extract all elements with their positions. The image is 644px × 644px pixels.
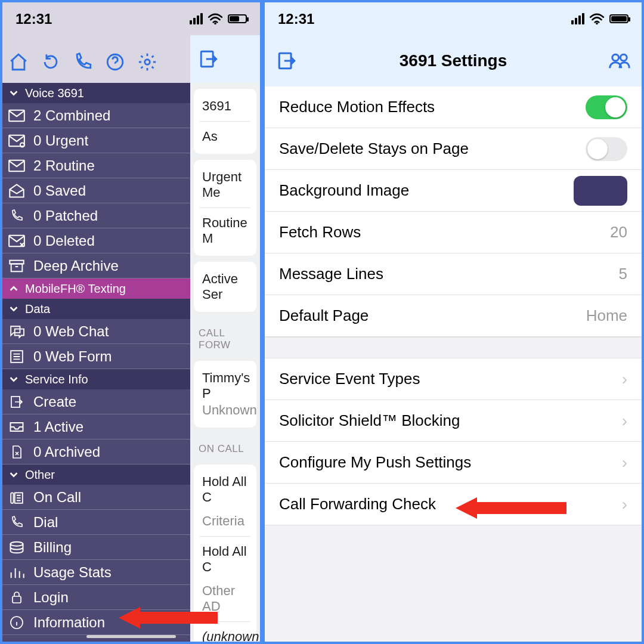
row-value: 20 — [610, 223, 627, 242]
gear-icon[interactable] — [137, 52, 157, 72]
sidebar-item-patched[interactable]: 0 Patched — [2, 203, 190, 228]
sidebar-item-label: Billing — [33, 539, 72, 556]
sidebar-item-label: 0 Urgent — [33, 132, 88, 149]
section-data-label: Data — [25, 302, 50, 316]
chevron-right-icon: › — [622, 411, 627, 431]
sidebar-item-urgent[interactable]: 0 Urgent — [2, 128, 190, 153]
wifi-icon — [589, 13, 605, 25]
svg-rect-13 — [11, 493, 13, 503]
row-save-delete[interactable]: Save/Delete Stays on Page — [265, 128, 642, 170]
chevron-right-icon: › — [622, 495, 627, 514]
as-row: As — [200, 122, 250, 151]
svg-rect-16 — [13, 596, 21, 603]
row-call-forwarding-check[interactable]: Call Forwarding Check › — [265, 484, 642, 525]
sidebar-item-login[interactable]: Login — [2, 585, 190, 610]
section-voice[interactable]: Voice 3691 — [2, 83, 190, 103]
msg-card[interactable]: Urgent Me Routine M — [194, 160, 256, 256]
sidebar-item-dial[interactable]: Dial — [2, 510, 190, 535]
create-icon — [8, 395, 25, 409]
main-header — [190, 35, 260, 83]
form-icon — [8, 349, 25, 364]
background-swatch[interactable] — [574, 176, 627, 206]
section-serviceinfo[interactable]: Service Info — [2, 369, 190, 389]
sidebar-item-deeparchive[interactable]: Deep Archive — [2, 253, 190, 278]
svg-point-22 — [620, 54, 627, 61]
row-label: Fetch Rows — [279, 223, 361, 242]
sidebar-item-webform[interactable]: 0 Web Form — [2, 344, 190, 369]
battery-icon — [609, 14, 628, 23]
cf-card[interactable]: Timmy's P Unknown — [194, 361, 256, 428]
row-background-image[interactable]: Background Image — [265, 170, 642, 212]
row-reduce-motion[interactable]: Reduce Motion Effects — [265, 86, 642, 128]
inbox-icon — [8, 420, 25, 434]
barchart-icon — [8, 565, 25, 580]
page-title: 3691 Settings — [298, 51, 608, 70]
row-fetch-rows[interactable]: Fetch Rows 20 — [265, 212, 642, 253]
row-label: Default Page — [279, 306, 369, 325]
battery-icon — [228, 14, 247, 23]
timmy-row: Timmy's P — [200, 363, 250, 402]
section-texting[interactable]: MobileFH® Texting — [2, 278, 190, 299]
routine-row: Routine M — [200, 208, 250, 253]
sidebar-item-webchat[interactable]: 0 Web Chat — [2, 319, 190, 344]
account-card[interactable]: 3691 As — [194, 89, 256, 154]
hold2-row: Hold All C — [200, 537, 250, 576]
section-other-label: Other — [25, 468, 55, 482]
lock-icon — [8, 590, 25, 605]
sidebar-item-saved[interactable]: 0 Saved — [2, 178, 190, 203]
toggle-reduce-motion[interactable] — [586, 95, 627, 119]
row-label: Solicitor Shield™ Blocking — [279, 411, 460, 430]
refresh-icon[interactable] — [41, 52, 61, 72]
active-card[interactable]: Active Ser — [194, 262, 256, 312]
envelope-open-icon — [8, 184, 25, 198]
sidebar-item-deleted[interactable]: 0 Deleted — [2, 228, 190, 253]
section-data[interactable]: Data — [2, 299, 190, 319]
cellular-icon — [571, 13, 584, 24]
people-icon[interactable] — [608, 51, 631, 71]
section-voice-label: Voice 3691 — [25, 86, 84, 100]
sidebar-item-oncall[interactable]: On Call — [2, 485, 190, 510]
enter-icon[interactable] — [199, 49, 219, 69]
row-solicitor-shield[interactable]: Solicitor Shield™ Blocking › — [265, 400, 642, 442]
left-screenshot: 12:31 3691 As Urgent Me Routine M — [0, 0, 262, 644]
home-icon[interactable] — [8, 52, 29, 72]
row-label: Call Forwarding Check — [279, 495, 436, 513]
status-time: 12:31 — [278, 11, 314, 27]
row-service-event-types[interactable]: Service Event Types › — [265, 358, 642, 400]
phone-icon[interactable] — [73, 52, 93, 72]
svg-point-21 — [612, 54, 619, 61]
right-screenshot: 12:31 3691 Settings Reduce Motion Effect… — [262, 0, 644, 644]
sidebar-item-usage[interactable]: Usage Stats — [2, 560, 190, 585]
row-value: Home — [586, 306, 627, 325]
sidebar-item-active[interactable]: 1 Active — [2, 414, 190, 439]
sidebar-item-archived[interactable]: 0 Archived — [2, 439, 190, 465]
row-default-page[interactable]: Default Page Home — [265, 295, 642, 337]
sidebar-item-create[interactable]: Create — [2, 389, 190, 414]
toggle-save-delete[interactable] — [586, 137, 627, 161]
sidebar-item-label: 2 Routine — [33, 157, 95, 174]
phone-icon — [8, 515, 25, 530]
unknown-row: Unknown — [200, 402, 250, 425]
row-push-settings[interactable]: Configure My Push Settings › — [265, 442, 642, 484]
svg-point-15 — [11, 541, 23, 546]
sidebar-item-combined[interactable]: 2 Combined — [2, 103, 190, 128]
archive-icon — [8, 259, 25, 273]
envelope-urgent-icon — [8, 134, 25, 148]
sidebar-item-label: 1 Active — [33, 419, 83, 435]
crit1-row: Criteria — [200, 506, 250, 537]
sidebar-item-label: Login — [33, 589, 69, 606]
main-content: 3691 As Urgent Me Routine M Active Ser C… — [190, 83, 260, 642]
sidebar-item-label: 2 Combined — [33, 107, 110, 124]
sidebar-item-billing[interactable]: Billing — [2, 535, 190, 560]
phone-icon — [8, 209, 25, 223]
row-message-lines[interactable]: Message Lines 5 — [265, 253, 642, 295]
help-icon[interactable] — [105, 52, 125, 72]
sidebar-item-routine[interactable]: 2 Routine — [2, 153, 190, 178]
section-other[interactable]: Other — [2, 465, 190, 485]
svg-point-19 — [596, 22, 597, 24]
enter-icon[interactable] — [275, 51, 298, 71]
sidebar: Voice 3691 2 Combined 0 Urgent 2 Routine… — [2, 83, 190, 642]
chevron-down-icon — [8, 304, 19, 314]
sidebar-item-label: 0 Saved — [33, 182, 86, 199]
annotation-arrow-cfcheck — [456, 497, 566, 519]
